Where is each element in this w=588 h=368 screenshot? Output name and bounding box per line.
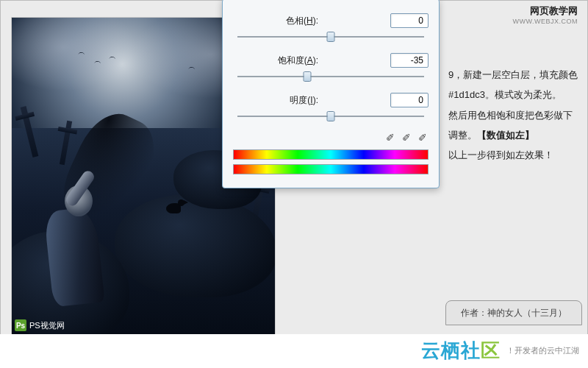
- lightness-slider[interactable]: [233, 111, 429, 121]
- crow: [166, 196, 187, 213]
- lightness-row: 明度(I):: [233, 92, 429, 108]
- tutorial-line4: 调整。【数值如左】: [448, 125, 584, 145]
- saturation-row: 饱和度(A):: [233, 52, 429, 68]
- hue-saturation-dialog: 色相(H): 饱和度(A): 明度(I): ✐ ✐ ✐: [222, 0, 440, 188]
- site-url: WWW.WEBJX.COM: [513, 18, 578, 25]
- hue-input[interactable]: [390, 13, 429, 28]
- tutorial-line1: 9，新建一层空白层，填充颜色: [448, 65, 584, 85]
- footer-tagline: ！开发者的云中江湖: [506, 345, 579, 356]
- tutorial-text: 9，新建一层空白层，填充颜色 #1d1dc3。模式改为柔光。 然后用色相饱和度把…: [448, 65, 584, 165]
- watermark-left-text: PS视觉网: [29, 320, 65, 331]
- footer-logo: 云栖社区: [421, 338, 501, 364]
- eyedropper-icon[interactable]: ✐: [386, 132, 395, 144]
- eyedropper-tools: ✐ ✐ ✐: [233, 132, 427, 144]
- footer-brand: 云栖社区 ！开发者的云中江湖: [421, 338, 579, 364]
- lightness-input[interactable]: [390, 93, 429, 107]
- hue-strip-bottom: [233, 164, 429, 174]
- tutorial-line2: #1d1dc3。模式改为柔光。: [448, 85, 584, 105]
- lightness-slider-thumb[interactable]: [327, 111, 335, 121]
- hue-strip-top: [233, 149, 429, 160]
- figure-woman: [32, 143, 150, 305]
- hue-slider[interactable]: [233, 32, 429, 42]
- tutorial-line3: 然后用色相饱和度把色彩做下: [448, 105, 584, 125]
- hue-slider-thumb[interactable]: [327, 32, 335, 42]
- tutorial-line5: 以上一步得到如左效果！: [448, 145, 584, 165]
- watermark-left: Ps PS视觉网: [15, 319, 65, 331]
- saturation-slider-thumb[interactable]: [304, 71, 312, 82]
- eyedropper-add-icon[interactable]: ✐: [402, 132, 411, 144]
- site-attribution: 网页教学网 WWW.WEBJX.COM: [513, 4, 578, 25]
- saturation-slider[interactable]: [233, 71, 429, 82]
- author-box: 作者：神的女人（十三月）: [445, 300, 582, 325]
- hue-label: 色相(H):: [233, 15, 324, 27]
- ps-badge: Ps: [15, 319, 26, 331]
- lightness-label: 明度(I):: [233, 94, 324, 107]
- saturation-label: 饱和度(A):: [233, 54, 324, 67]
- saturation-input[interactable]: [390, 53, 429, 68]
- hue-row: 色相(H):: [233, 13, 429, 29]
- author-label: 作者：神的女人（十三月）: [461, 307, 567, 319]
- eyedropper-subtract-icon[interactable]: ✐: [418, 132, 427, 144]
- site-title: 网页教学网: [513, 4, 578, 18]
